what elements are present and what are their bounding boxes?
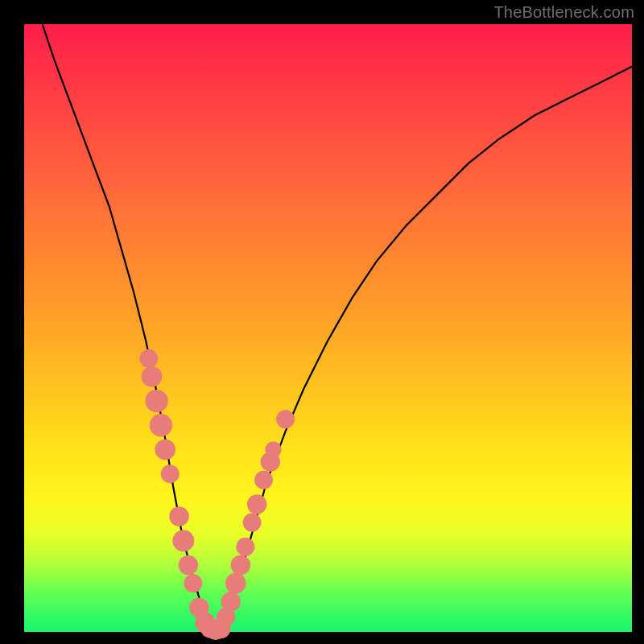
scatter-dot — [161, 464, 180, 483]
plot-area — [24, 24, 632, 632]
bottleneck-curve — [43, 24, 632, 632]
scatter-dot — [142, 366, 163, 387]
scatter-dot — [145, 390, 167, 412]
scatter-dot — [247, 494, 266, 514]
scatter-dots — [139, 349, 295, 640]
scatter-dot — [169, 506, 188, 526]
scatter-dot — [254, 471, 273, 489]
scatter-dot — [139, 349, 158, 368]
scatter-dot — [236, 538, 254, 556]
watermark-text: TheBottleneck.com — [493, 3, 634, 22]
scatter-dot — [243, 514, 262, 532]
scatter-dot — [221, 592, 241, 611]
scatter-dot — [276, 410, 295, 428]
scatter-dot — [265, 441, 281, 457]
curve-svg — [24, 24, 632, 632]
scatter-dot — [184, 574, 202, 592]
scatter-dot — [172, 530, 194, 551]
chart-stage: TheBottleneck.com — [0, 0, 644, 644]
scatter-dot — [155, 440, 175, 460]
scatter-dot — [225, 573, 246, 594]
scatter-dot — [150, 414, 172, 436]
scatter-dot — [179, 555, 198, 575]
scatter-dot — [231, 555, 250, 575]
